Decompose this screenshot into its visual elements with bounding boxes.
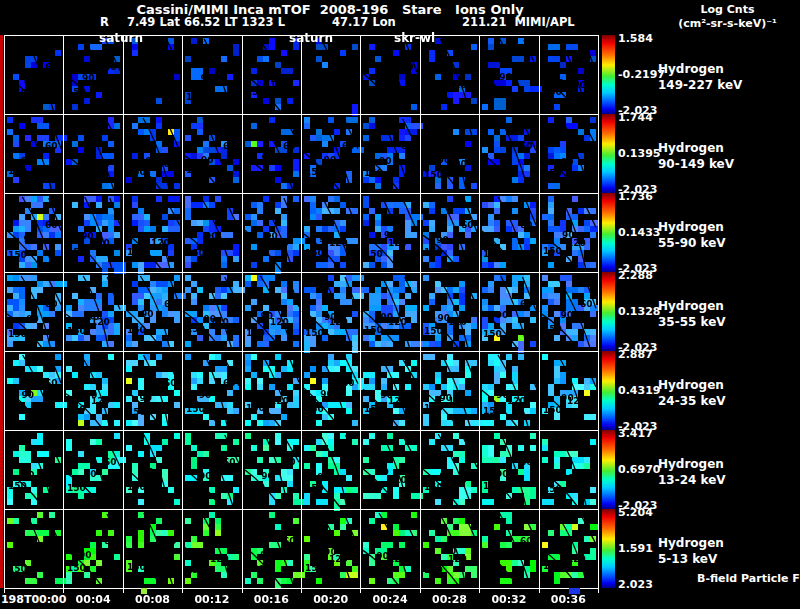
axis-tick	[182, 589, 183, 593]
time-tick-label: 00:36	[533, 593, 603, 606]
bfield-flow-label: B-field Particle Flow	[697, 572, 800, 585]
row-label: Hydrogen90-149 keV	[658, 140, 734, 172]
colorbar-units-line2: (cm²-sr-s-keV)⁻¹	[655, 17, 800, 31]
row-energy-label: 149-227 keV	[658, 77, 742, 93]
colorbar	[602, 35, 615, 114]
colorbar-mid-label: 1.591	[618, 542, 653, 555]
colorbar-units-line1: Log Cnts	[655, 3, 800, 17]
row-label: Hydrogen5-13 keV	[658, 535, 724, 567]
row-species-label: Hydrogen	[658, 298, 726, 314]
colorbar	[602, 351, 615, 430]
row-species-label: Hydrogen	[658, 377, 726, 393]
colorbar-max-label: 1.736	[618, 190, 653, 203]
row-species-label: Hydrogen	[658, 456, 726, 472]
row-species-label: Hydrogen	[658, 219, 726, 235]
colorbar-mid-label: 0.1328	[618, 305, 660, 318]
row-label: Hydrogen24-35 keV	[658, 377, 726, 409]
row-energy-label: 13-24 keV	[658, 472, 726, 488]
axis-tick	[301, 589, 302, 593]
row-energy-label: 24-35 keV	[658, 393, 726, 409]
colorbar-max-label: 3.417	[618, 427, 653, 440]
row-label: Hydrogen35-55 keV	[658, 298, 726, 330]
row-energy-label: 90-149 keV	[658, 156, 734, 172]
colorbar	[602, 509, 615, 588]
colorbar-mid-label: 0.1433	[618, 226, 660, 239]
event-marker	[569, 588, 580, 594]
colorbar-mid-label: 0.4319	[618, 384, 660, 397]
colorbar-max-label: 2.887	[618, 348, 653, 361]
row-label: Hydrogen13-24 keV	[658, 456, 726, 488]
axis-tick	[479, 589, 480, 593]
row-label: Hydrogen55-90 keV	[658, 219, 726, 251]
event-marker	[141, 588, 147, 594]
ephemeris-r-label: R	[100, 15, 109, 29]
event-annotation-skr-wl: skr-wl	[394, 31, 435, 45]
event-annotation-saturn-1: saturn	[99, 31, 143, 45]
colorbar-units-label: Log Cnts (cm²-sr-s-keV)⁻¹	[655, 3, 800, 31]
axis-tick	[242, 589, 243, 593]
axis-tick	[123, 589, 124, 593]
ephemeris-main: 7.49 Lat 66.52 LT 1323 L	[127, 15, 285, 29]
row-label: Hydrogen149-227 keV	[658, 61, 742, 93]
row-energy-label: 55-90 keV	[658, 235, 726, 251]
colorbar	[602, 430, 615, 509]
row-energy-label: 35-55 keV	[658, 314, 726, 330]
ephemeris-mimi-apl: 211.21 MIMI/APL	[462, 15, 575, 29]
row-species-label: Hydrogen	[658, 140, 734, 156]
colorbar	[602, 272, 615, 351]
colorbar-max-label: 1.744	[618, 111, 653, 124]
event-annotation-saturn-2: saturn	[289, 31, 333, 45]
row-energy-label: 5-13 keV	[658, 551, 724, 567]
colorbar-max-label: 1.584	[618, 32, 653, 45]
colorbar	[602, 193, 615, 272]
axis-tick	[539, 589, 540, 593]
colorbar-mid-label: 0.1395	[618, 147, 660, 160]
spectrogram-grid	[4, 35, 599, 589]
row-species-label: Hydrogen	[658, 61, 742, 77]
axis-tick	[63, 589, 64, 593]
axis-tick	[4, 589, 5, 593]
colorbar-max-label: 2.288	[618, 269, 653, 282]
bfield-flow-strip	[0, 35, 3, 588]
mimi-inca-stare-display: Cassini/MIMI Inca mTOF 2008-196 Stare Io…	[0, 0, 800, 609]
ephemeris-lon: 47.17 Lon	[332, 15, 396, 29]
colorbar-max-label: 5.204	[618, 506, 653, 519]
axis-tick	[360, 589, 361, 593]
row-species-label: Hydrogen	[658, 535, 724, 551]
axis-tick	[420, 589, 421, 593]
axis-tick	[598, 589, 599, 593]
colorbar	[602, 114, 615, 193]
colorbar-min-label: 2.023	[618, 578, 653, 591]
colorbar-mid-label: 0.6970	[618, 463, 660, 476]
